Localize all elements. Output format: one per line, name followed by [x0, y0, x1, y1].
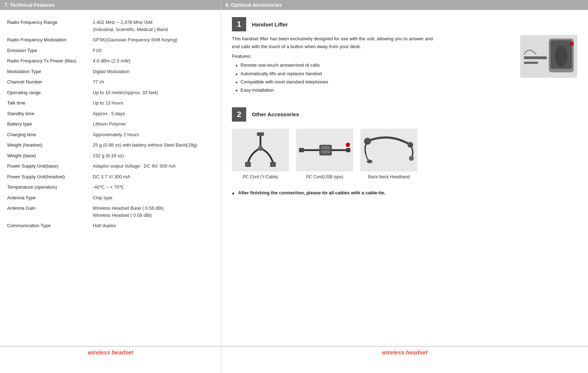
accessory2-num-row: 2 Other Accessories: [232, 107, 577, 122]
tech-row-value: Chip type: [93, 194, 214, 201]
tech-row-label: Radio Frequency Range: [7, 19, 93, 33]
accessory2-title: Other Accessories: [252, 111, 299, 117]
tech-row: Radio Frequency Tx Power (Max)4.0 dBm (2…: [7, 56, 214, 66]
feature-item: Remote one-touch answer/end of calls: [235, 61, 513, 69]
tech-row: Communication TypeHalf duplex: [7, 220, 214, 231]
right-footer-text: wireless headset: [382, 349, 427, 356]
svg-rect-13: [299, 148, 304, 152]
tech-row: Battery typeLithium Polymer: [7, 119, 214, 129]
tech-row-value: Wireless Headset Base ( 0.58 dBi) Wirele…: [93, 205, 214, 219]
svg-point-5: [570, 42, 574, 46]
left-footer-text: wireless headset: [87, 349, 133, 356]
note-text: After finishing the connection, please t…: [238, 190, 385, 195]
tech-row: Radio Frequency Range2,402 MHz ~ 2,478 M…: [7, 17, 214, 35]
svg-rect-6: [257, 132, 264, 136]
tech-row-label: Radio Frequency Modulation: [7, 36, 93, 44]
tech-row-label: Modulation Type: [7, 68, 93, 75]
svg-rect-12: [321, 150, 330, 153]
accessory1-text: This handset lifter has been exclusively…: [232, 35, 513, 97]
tech-row: Modulation TypeDigital Modulation: [7, 66, 214, 77]
backneck-image: [360, 129, 417, 172]
tech-row: Talk timeUp to 13 hours: [7, 98, 214, 108]
tech-row-value: Approx . 5 days: [93, 110, 214, 117]
features-list: Remote one-touch answer/end of callsAuto…: [235, 61, 513, 94]
tech-row-value: -40℃ ~ + 70℃: [93, 184, 214, 191]
accessory1-body: This handset lifter has been exclusively…: [232, 35, 577, 97]
tech-row: Standby timeApprox . 5 days: [7, 108, 214, 119]
tech-row-label: Emission Type: [7, 47, 93, 54]
tech-row: Weight (headset)25 g (0.88 oz) with batt…: [7, 140, 214, 150]
tech-row-value: 232 g (8.18 oz): [93, 152, 214, 159]
tech-row-value: GFSK(Gaussian Frequency Shift Keying): [93, 36, 214, 44]
pc-cord-usb-label: PC Cord(USB type): [306, 174, 344, 179]
tech-row-value: F1D: [93, 47, 214, 54]
tech-row: Antenna TypeChip type: [7, 193, 214, 203]
handset-lifter-svg: [520, 35, 577, 78]
tech-row-label: Temperature (operation): [7, 184, 93, 191]
svg-point-9: [258, 146, 263, 151]
tech-row: Emission Type F1D: [7, 45, 214, 56]
backneck-label: Back-Neck Headband: [368, 174, 410, 179]
tech-row: Weight (base)232 g (8.18 oz): [7, 150, 214, 161]
tech-row: Power Supply Unit(base)Adaptor output Vo…: [7, 161, 214, 172]
accessory-block-1: 1 Handset Lifter This handset lifter has…: [232, 17, 577, 97]
tech-row-value: Adaptor output Voltage : DC 9V, 500 mA: [93, 163, 214, 170]
tech-row-value: 25 g (0.88 oz) with battery without Stee…: [93, 142, 214, 149]
svg-rect-14: [346, 148, 350, 152]
tech-row: Radio Frequency ModulationGFSK(Gaussian …: [7, 35, 214, 45]
svg-point-15: [346, 143, 350, 147]
pc-cord-y-image: [232, 129, 289, 172]
svg-rect-3: [524, 56, 547, 59]
tech-row: Antenna Gain Wireless Headset Base ( 0.5…: [7, 203, 214, 220]
right-section-title: 8. Optional Accessories: [225, 2, 282, 8]
right-panel: 8. Optional Accessories 1 Handset Lifter…: [221, 0, 588, 373]
feature-item: Automatically lifts and replaces handset: [235, 70, 513, 78]
tech-row-value: Digital Modulation: [93, 68, 214, 75]
left-panel: 7. Technical Features Radio Frequency Ra…: [0, 0, 221, 373]
tech-row-label: Weight (base): [7, 152, 93, 159]
tech-row: Power Supply Unit(headset)DC 3.7 V/ 300 …: [7, 172, 214, 182]
tech-row-label: Channel Number: [7, 78, 93, 86]
right-section-header: 8. Optional Accessories: [221, 0, 588, 10]
pc-cord-y-label: PC Cord (Y-Cable): [243, 174, 278, 179]
tech-row-label: Antenna Gain: [7, 205, 93, 219]
right-footer-brand: wireless headset: [221, 346, 588, 359]
left-section-header: 7. Technical Features: [0, 0, 221, 10]
tech-row: Operating rangeUp to 10 meter(Approx. 33…: [7, 87, 214, 98]
accessory1-desc: This handset lifter has been exclusively…: [232, 35, 439, 51]
tech-row-value: 2,402 MHz ~ 2,478 MHz ISM (Industrial, S…: [93, 19, 214, 33]
right-content: 1 Handset Lifter This handset lifter has…: [221, 17, 588, 346]
tech-row-label: Antenna Type: [7, 194, 93, 201]
tech-row-value: DC 3.7 V/ 300 mA: [93, 173, 214, 180]
accessory-pc-cord-usb: PC Cord(USB type): [296, 129, 353, 179]
svg-rect-11: [321, 146, 330, 149]
tech-row-value: Approximately 2 hours: [93, 131, 214, 138]
accessory-backneck: Back-Neck Headband: [360, 129, 417, 179]
left-footer-brand: wireless headset: [0, 346, 221, 359]
accessory-pc-cord-y: PC Cord (Y-Cable): [232, 129, 289, 179]
svg-point-2: [555, 46, 568, 67]
handset-image: [520, 35, 577, 78]
left-section-title: 7. Technical Features: [4, 2, 55, 8]
tech-row: Temperature (operation)-40℃ ~ + 70℃: [7, 182, 214, 193]
pc-cord-y-svg: [234, 131, 287, 170]
feature-item: Compatible with most standard telephones: [235, 78, 513, 86]
tech-table: Radio Frequency Range2,402 MHz ~ 2,478 M…: [0, 17, 221, 346]
tech-row-value: Lithium Polymer: [93, 121, 214, 128]
pc-cord-usb-image: [296, 129, 353, 172]
svg-point-19: [367, 160, 372, 163]
tech-row-label: Talk time: [7, 99, 93, 107]
tech-row-value: 77 ch: [93, 78, 214, 86]
tech-row: Channel Number 77 ch: [7, 77, 214, 87]
tech-row-label: Battery type: [7, 121, 93, 128]
svg-rect-4: [524, 62, 538, 64]
accessory-block-2: 2 Other Accessories: [232, 107, 577, 179]
note-bullet: After finishing the connection, please t…: [232, 190, 577, 196]
tech-row-label: Weight (headset): [7, 142, 93, 149]
svg-point-18: [409, 156, 414, 161]
tech-row: Charging timeApproximately 2 hours: [7, 129, 214, 140]
tech-row-value: Up to 10 meter(Approx. 33 feet): [93, 89, 214, 96]
accessory1-badge: 1: [232, 17, 246, 31]
pc-cord-usb-svg: [298, 131, 351, 170]
tech-row-label: Charging time: [7, 131, 93, 138]
